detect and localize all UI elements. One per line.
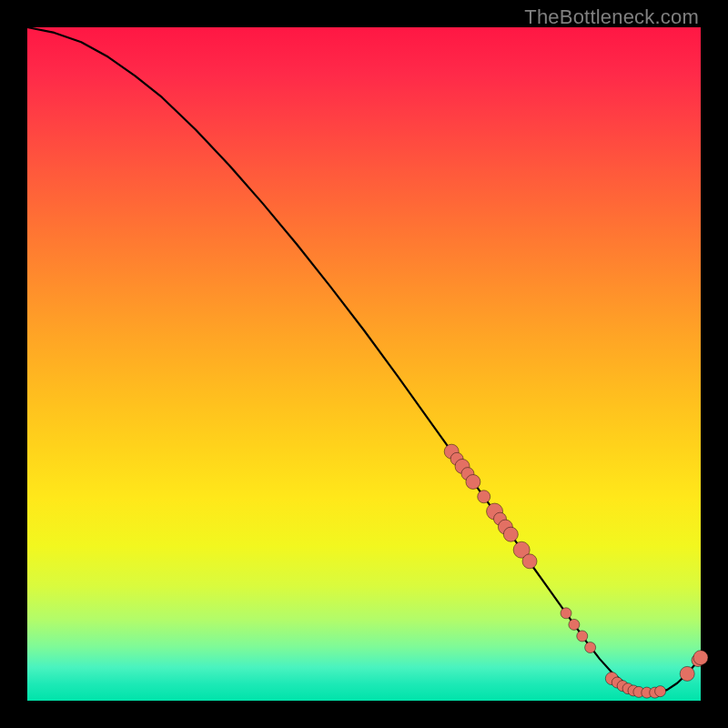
- curve-marker: [569, 619, 580, 630]
- curve-marker: [577, 631, 588, 642]
- curve-marker: [478, 490, 490, 503]
- chart-overlay-svg: [27, 27, 701, 701]
- curve-marker: [680, 666, 694, 681]
- curve-marker: [655, 686, 666, 697]
- curve-marker: [522, 554, 537, 569]
- marker-layer: [444, 444, 708, 698]
- curve-marker: [585, 642, 596, 653]
- chart-stage: TheBottleneck.com: [0, 0, 728, 728]
- curve-marker: [561, 608, 571, 619]
- curve-marker: [503, 527, 518, 541]
- curve-marker: [693, 651, 708, 665]
- bottleneck-curve: [27, 27, 701, 693]
- watermark-text: TheBottleneck.com: [524, 5, 699, 29]
- curve-marker: [466, 475, 480, 490]
